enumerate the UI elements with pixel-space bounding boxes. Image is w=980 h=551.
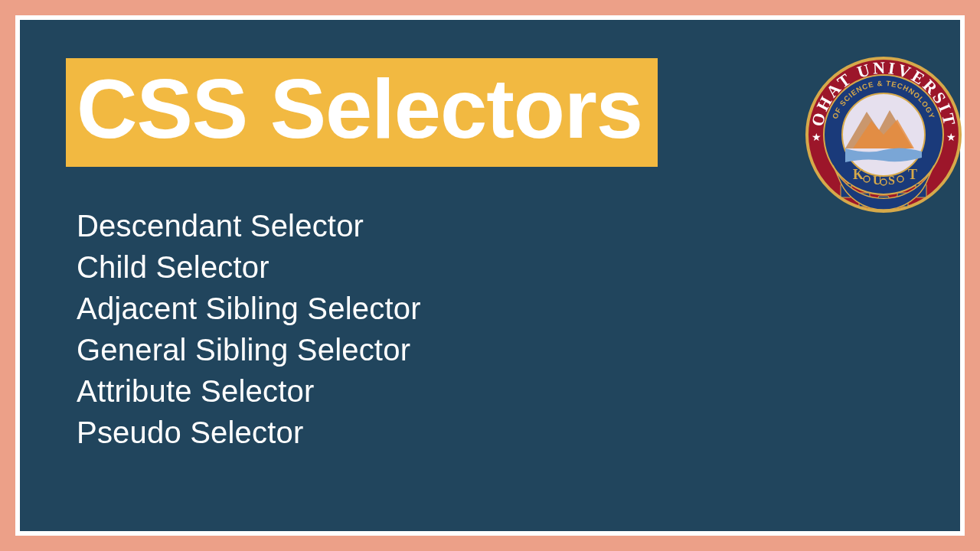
university-seal-icon: K U S T KOHAT UNIVERSITY OF SCIENCE & TE… [799, 51, 968, 219]
slide-frame: CSS Selectors Descendant Selector Child … [15, 15, 965, 536]
list-item: Adjacent Sibling Selector [77, 288, 914, 329]
list-item: Child Selector [77, 246, 914, 288]
svg-text:★: ★ [812, 131, 822, 143]
svg-text:U: U [873, 174, 882, 187]
list-item: General Sibling Selector [77, 329, 914, 370]
slide-title: CSS Selectors [66, 58, 658, 167]
svg-text:S: S [888, 174, 895, 187]
slide: CSS Selectors Descendant Selector Child … [20, 20, 960, 531]
selector-list: Descendant Selector Child Selector Adjac… [77, 205, 914, 453]
svg-text:K: K [853, 167, 864, 182]
list-item: Pseudo Selector [77, 412, 914, 453]
university-logo: K U S T KOHAT UNIVERSITY OF SCIENCE & TE… [799, 51, 968, 219]
list-item: Attribute Selector [77, 370, 914, 412]
list-item: Descendant Selector [77, 205, 914, 246]
svg-text:★: ★ [946, 131, 956, 143]
svg-text:T: T [908, 167, 917, 182]
